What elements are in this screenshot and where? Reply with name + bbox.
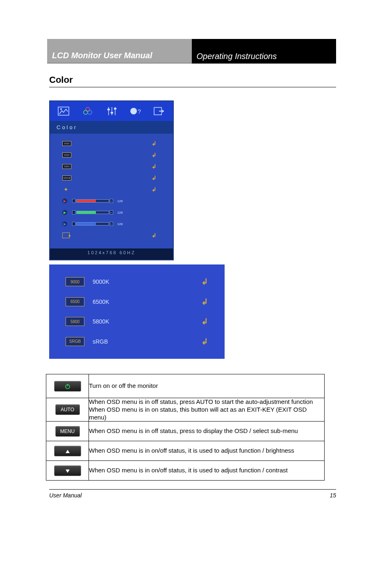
closeup-row-5800[interactable]: 5800 5800K ↲ <box>66 317 208 326</box>
red-dot-icon: ▶ <box>62 198 67 203</box>
enter-icon: ↲ <box>152 186 157 193</box>
auto-key-cell: AUTO <box>46 398 89 422</box>
menu-key-icon: MENU <box>55 426 80 437</box>
exit-tab-icon[interactable] <box>151 105 168 118</box>
page-header: LCD Monitor User Manual Operating Instru… <box>47 39 336 64</box>
chip-srgb-icon: SRGB <box>62 175 71 180</box>
chip2-5800-icon: 5800 <box>66 317 84 326</box>
closeup-label: 5800K <box>93 318 201 325</box>
green-dot-icon: ▶ <box>62 210 67 215</box>
auto-key-icon: AUTO <box>55 404 80 415</box>
enter-icon: ↲ <box>201 277 208 287</box>
green-slider[interactable]: -+ <box>72 210 113 214</box>
enter-icon: ↲ <box>152 152 157 158</box>
table-row: MENU When OSD menu is in off status, pre… <box>46 422 325 441</box>
blue-slider[interactable]: -+ <box>72 222 113 226</box>
osd-title: Color <box>50 121 173 134</box>
exit-row-icon <box>62 232 70 238</box>
enter-icon: ↲ <box>152 232 157 239</box>
closeup-row-9000[interactable]: 9000 9000K ↲ <box>66 277 208 287</box>
chip-5800-icon: 5800 <box>62 164 71 169</box>
closeup-label: sRGB <box>93 338 201 345</box>
svg-rect-6 <box>107 109 110 110</box>
svg-text:?: ? <box>138 108 141 115</box>
power-desc: Turn on or off the monitor <box>89 374 325 398</box>
red-slider[interactable]: -+ <box>72 199 113 203</box>
down-desc: When OSD menu is in on/off status, it is… <box>89 461 325 481</box>
info-tab-icon[interactable]: ? <box>127 105 143 118</box>
enter-icon: ↲ <box>152 163 157 170</box>
footer-rule <box>49 489 336 490</box>
osd-row-green[interactable]: ▶ -+ 128 <box>62 207 169 218</box>
header-right: Operating Instructions <box>192 39 336 64</box>
osd-tab-bar: ? <box>50 101 173 121</box>
table-row: Turn on or off the monitor <box>46 374 325 398</box>
osd-row-5800[interactable]: 5800↲ <box>62 161 169 172</box>
up-desc: When OSD menu is in on/off status, it is… <box>89 441 325 461</box>
osd-row-srgb[interactable]: SRGB↲ <box>62 172 169 184</box>
power-key-cell <box>46 374 89 398</box>
osd-row-red[interactable]: ▶ -+ 128 <box>62 195 169 207</box>
svg-point-4 <box>88 110 92 114</box>
closeup-label: 6500K <box>93 299 201 305</box>
table-row: When OSD menu is in on/off status, it is… <box>46 441 325 461</box>
svg-marker-18 <box>66 450 70 453</box>
section-title: Color <box>49 75 336 87</box>
svg-rect-10 <box>114 108 116 109</box>
osd-body: 9000↲ 6500↲ 5800↲ SRGB↲ ✦↲ ▶ -+ 128 ▶ -+… <box>50 134 173 248</box>
down-key-icon <box>54 465 81 476</box>
menu-desc: When OSD menu is in off status, press to… <box>89 422 325 441</box>
enter-icon: ↲ <box>152 140 157 147</box>
enter-icon: ↲ <box>152 175 157 181</box>
menu-key-cell: MENU <box>46 422 89 441</box>
chip-6500-icon: 6500 <box>62 153 71 157</box>
enter-icon: ↲ <box>201 317 208 326</box>
svg-point-1 <box>60 108 62 110</box>
enter-icon: ↲ <box>201 337 208 346</box>
osd-row-6500[interactable]: 6500↲ <box>62 149 169 161</box>
svg-marker-15 <box>162 109 164 113</box>
table-row: When OSD menu is in on/off status, it is… <box>46 461 325 481</box>
svg-point-3 <box>84 110 88 114</box>
osd-row-exit[interactable]: ↲ <box>62 230 169 241</box>
down-key-cell <box>46 461 89 481</box>
auto-desc-line1: When OSD menu is in off status, press AU… <box>89 398 324 406</box>
red-value: 128 <box>117 199 123 203</box>
adjust-tab-icon[interactable] <box>103 105 120 118</box>
closeup-row-6500[interactable]: 6500 6500K ↲ <box>66 297 208 307</box>
osd-footer: 1024x768 60HZ <box>50 248 173 257</box>
button-instruction-table: Turn on or off the monitor AUTO When OSD… <box>46 374 325 481</box>
osd-menu: ? Color 9000↲ 6500↲ 5800↲ SRGB↲ ✦↲ ▶ -+ … <box>49 100 174 260</box>
up-key-icon <box>54 446 81 456</box>
power-key-icon <box>54 381 81 392</box>
chip2-srgb-icon: SRGB <box>66 337 84 346</box>
green-value: 128 <box>117 211 123 214</box>
page-number: 15 <box>330 492 336 499</box>
chip2-6500-icon: 6500 <box>66 297 84 306</box>
enter-icon: ↲ <box>201 297 208 307</box>
svg-marker-19 <box>66 469 70 473</box>
user-color-icon: ✦ <box>62 187 70 192</box>
picture-tab-icon[interactable] <box>55 105 72 118</box>
chip2-9000-icon: 9000 <box>66 277 84 286</box>
osd-row-blue[interactable]: ▶ -+ 128 <box>62 218 169 230</box>
chip-9000-icon: 9000 <box>62 141 71 146</box>
up-key-cell <box>46 441 89 461</box>
svg-point-2 <box>86 107 90 112</box>
blue-value: 128 <box>117 222 123 226</box>
osd-row-9000[interactable]: 9000↲ <box>62 138 169 149</box>
osd-closeup: 9000 9000K ↲ 6500 6500K ↲ 5800 5800K ↲ S… <box>49 264 225 359</box>
color-tab-icon[interactable] <box>80 105 96 118</box>
footer-left: User Manual <box>49 492 82 499</box>
header-left: LCD Monitor User Manual <box>47 39 192 64</box>
blue-dot-icon: ▶ <box>62 221 67 226</box>
auto-desc: When OSD menu is in off status, press AU… <box>89 398 325 422</box>
svg-rect-8 <box>111 112 113 114</box>
svg-point-11 <box>130 108 137 114</box>
osd-row-user[interactable]: ✦↲ <box>62 184 169 195</box>
table-row: AUTO When OSD menu is in off status, pre… <box>46 398 325 422</box>
auto-desc-line2: When OSD menu is in on status, this butt… <box>89 406 324 422</box>
closeup-row-srgb[interactable]: SRGB sRGB ↲ <box>66 337 208 346</box>
closeup-label: 9000K <box>93 278 201 285</box>
